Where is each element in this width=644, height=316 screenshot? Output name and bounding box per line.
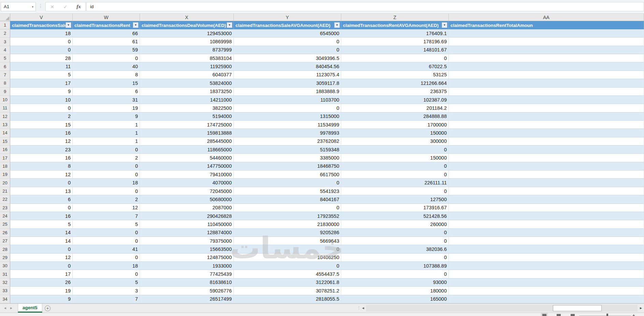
- header-cell-V[interactable]: claimedTransactionsSale▼: [10, 21, 73, 29]
- cell-Z19[interactable]: 0: [341, 170, 449, 179]
- cell-Y25[interactable]: 21830000: [234, 220, 341, 228]
- cell-Y2[interactable]: 6545000: [234, 29, 341, 37]
- cell-Z30[interactable]: 107388.89: [341, 262, 449, 270]
- cell-Y28[interactable]: 0: [234, 245, 341, 253]
- cell-V34[interactable]: 9: [10, 295, 73, 303]
- cell-W5[interactable]: 0: [73, 54, 140, 62]
- cell-Z14[interactable]: 150000: [341, 129, 449, 137]
- cell-X32[interactable]: 81638610: [140, 279, 234, 287]
- cell-W11[interactable]: 19: [73, 104, 140, 112]
- row-number[interactable]: 11: [0, 104, 10, 112]
- cell-Z32[interactable]: 93000: [341, 279, 449, 287]
- row-number[interactable]: 9: [0, 88, 10, 96]
- cell-X8[interactable]: 53824000: [140, 79, 234, 87]
- cell-AA5[interactable]: [449, 54, 644, 62]
- cell-X26[interactable]: 128874000: [140, 229, 234, 237]
- new-sheet-button[interactable]: +: [45, 305, 51, 311]
- filter-dropdown-icon[interactable]: ▼: [227, 22, 232, 28]
- cell-V14[interactable]: 16: [10, 129, 73, 137]
- cell-V29[interactable]: 12: [10, 254, 73, 262]
- cell-Z2[interactable]: 176409.1: [341, 29, 449, 37]
- cell-W12[interactable]: 9: [73, 112, 140, 121]
- cell-X4[interactable]: 8737999: [140, 46, 234, 54]
- row-number[interactable]: 27: [0, 237, 10, 245]
- cell-Y24[interactable]: 17923552: [234, 212, 341, 220]
- cell-W20[interactable]: 18: [73, 179, 140, 187]
- cell-W32[interactable]: 5: [73, 279, 140, 287]
- cell-AA20[interactable]: [449, 179, 644, 187]
- cell-Y34[interactable]: 2818055.5: [234, 295, 341, 303]
- cell-W24[interactable]: 7: [73, 212, 140, 220]
- row-number[interactable]: 25: [0, 220, 10, 228]
- row-number[interactable]: 7: [0, 71, 10, 79]
- cell-X19[interactable]: 79410000: [140, 170, 234, 179]
- cell-X29[interactable]: 124875000: [140, 254, 234, 262]
- cell-AA28[interactable]: [449, 245, 644, 253]
- cell-W22[interactable]: 2: [73, 195, 140, 204]
- cell-X9[interactable]: 18373250: [140, 88, 234, 96]
- cell-V7[interactable]: 5: [10, 71, 73, 79]
- cell-W8[interactable]: 15: [73, 79, 140, 87]
- cell-V3[interactable]: 0: [10, 37, 73, 46]
- cell-W10[interactable]: 31: [73, 96, 140, 104]
- enter-icon[interactable]: ✓: [63, 4, 68, 10]
- cell-AA4[interactable]: [449, 46, 644, 54]
- cell-Z17[interactable]: 150000: [341, 154, 449, 162]
- cell-W26[interactable]: 0: [73, 229, 140, 237]
- cell-AA11[interactable]: [449, 104, 644, 112]
- cell-X31[interactable]: 77425439: [140, 270, 234, 278]
- column-letter-AA[interactable]: AA: [449, 14, 644, 21]
- row-number[interactable]: 16: [0, 146, 10, 154]
- cell-AA30[interactable]: [449, 262, 644, 270]
- cell-Z33[interactable]: 180000: [341, 287, 449, 295]
- cell-X22[interactable]: 50680000: [140, 195, 234, 204]
- cell-Z26[interactable]: 0: [341, 229, 449, 237]
- cell-X2[interactable]: 129453000: [140, 29, 234, 37]
- cell-Z7[interactable]: 53125: [341, 71, 449, 79]
- cell-Y5[interactable]: 3049396.5: [234, 54, 341, 62]
- row-number[interactable]: 30: [0, 262, 10, 270]
- cell-AA29[interactable]: [449, 254, 644, 262]
- row-number[interactable]: 15: [0, 137, 10, 146]
- cell-AA15[interactable]: [449, 137, 644, 146]
- row-number[interactable]: 32: [0, 279, 10, 287]
- cell-V10[interactable]: 10: [10, 96, 73, 104]
- cell-Y27[interactable]: 5669643: [234, 237, 341, 245]
- row-number[interactable]: 3: [0, 37, 10, 46]
- cell-AA22[interactable]: [449, 195, 644, 204]
- cell-AA18[interactable]: [449, 162, 644, 170]
- header-cell-Y[interactable]: claimedTransactionsSaleAVGAmount(AED)▼: [234, 21, 341, 29]
- header-cell-X[interactable]: claimedTransactionsDealVolume(AED)▼: [140, 21, 234, 29]
- cell-X23[interactable]: 2087000: [140, 204, 234, 212]
- cell-W3[interactable]: 61: [73, 37, 140, 46]
- cell-Y13[interactable]: 11534999: [234, 121, 341, 129]
- cell-AA24[interactable]: [449, 212, 644, 220]
- cell-Z20[interactable]: 226111.11: [341, 179, 449, 187]
- cell-Z15[interactable]: 300000: [341, 137, 449, 146]
- formula-input[interactable]: id: [86, 2, 644, 11]
- column-letter-W[interactable]: W: [73, 14, 140, 21]
- cell-AA26[interactable]: [449, 229, 644, 237]
- cell-W16[interactable]: 0: [73, 146, 140, 154]
- view-page-break-icon[interactable]: [571, 314, 575, 316]
- cell-V16[interactable]: 23: [10, 146, 73, 154]
- cell-AA25[interactable]: [449, 220, 644, 228]
- cell-AA33[interactable]: [449, 287, 644, 295]
- cell-X14[interactable]: 159813888: [140, 129, 234, 137]
- cell-V32[interactable]: 26: [10, 279, 73, 287]
- cell-V28[interactable]: 0: [10, 245, 73, 253]
- cell-Z13[interactable]: 1700000: [341, 121, 449, 129]
- cell-X15[interactable]: 285445000: [140, 137, 234, 146]
- cell-V25[interactable]: 5: [10, 220, 73, 228]
- cell-V9[interactable]: 9: [10, 88, 73, 96]
- row-number[interactable]: 18: [0, 162, 10, 170]
- cell-Y6[interactable]: 840454.56: [234, 62, 341, 71]
- cell-X21[interactable]: 72045000: [140, 187, 234, 195]
- header-cell-Z[interactable]: claimedTransactionsRentAVGAmount(AED)▼: [341, 21, 449, 29]
- cell-Y32[interactable]: 3122061.8: [234, 279, 341, 287]
- cell-V24[interactable]: 16: [10, 212, 73, 220]
- cell-Z24[interactable]: 521428.56: [341, 212, 449, 220]
- row-number[interactable]: 29: [0, 254, 10, 262]
- row-number[interactable]: 21: [0, 187, 10, 195]
- cell-Y15[interactable]: 23762082: [234, 137, 341, 146]
